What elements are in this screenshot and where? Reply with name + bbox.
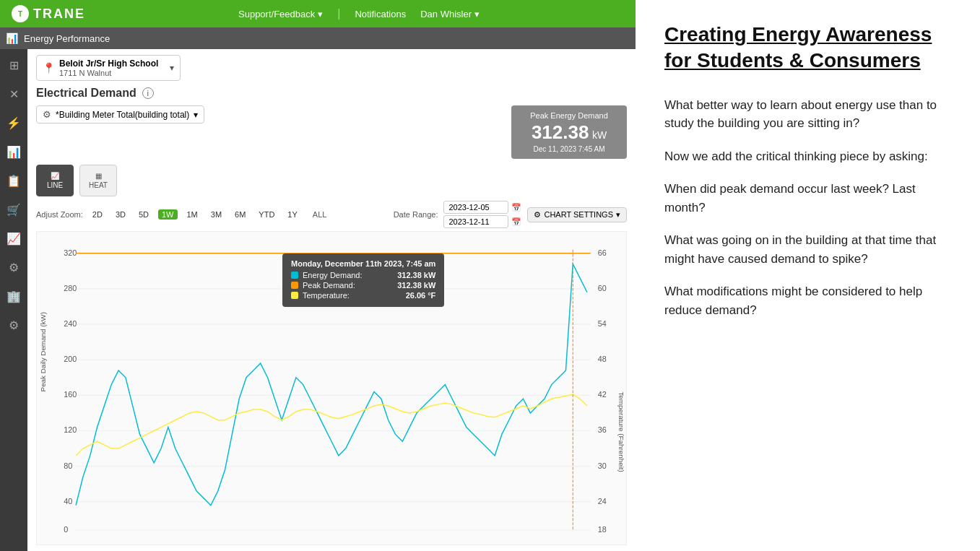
svg-text:120: 120 [64,425,77,434]
line-chart-button[interactable]: 📈 LINE [36,165,74,196]
date-range-label: Date Range: [394,210,438,219]
date-end-input[interactable] [443,215,508,228]
chevron-down-icon: ▾ [318,9,323,19]
right-panel: Creating Energy Awareness for Students &… [636,0,980,551]
building-name: Beloit Jr/Sr High School [59,58,158,69]
calendar-end-icon[interactable]: 📅 [511,217,521,227]
zoom-1w[interactable]: 1W [158,209,178,220]
peak-demand-box: Peak Energy Demand 312.38 kW Dec 11, 202… [511,105,627,159]
electrical-demand-title: Electrical Demand [36,87,136,100]
svg-text:0: 0 [64,525,68,534]
sidebar-icon-settings[interactable]: ⚙ [4,315,24,335]
zoom-6m[interactable]: 6M [231,209,249,220]
svg-text:Peak Daily Demand (kW): Peak Daily Demand (kW) [39,312,47,391]
sidebar-icon-grid[interactable]: ⊞ [4,55,24,75]
peak-demand-date: Dec 11, 2023 7:45 AM [523,145,615,153]
right-para-3: When did peak demand occur last week? La… [664,180,951,217]
meter-icon: ⚙ [43,109,51,120]
electrical-demand-header: Electrical Demand i [36,87,627,100]
right-para-5: What modifications might be considered t… [664,282,951,319]
svg-text:48: 48 [598,355,607,363]
svg-text:240: 240 [64,319,77,328]
right-para-4: What was going on in the building at tha… [664,231,951,268]
sidebar: ⊞ ✕ ⚡ 📊 📋 🛒 📈 ⚙ 🏢 ⚙ [0,49,27,551]
date-start-input[interactable] [443,201,508,214]
gear-icon: ⚙ [534,210,541,220]
zoom-1y[interactable]: 1Y [284,209,300,220]
top-nav: T TRANE Support/Feedback ▾ | Notificatio… [0,0,636,27]
svg-text:66: 66 [598,248,607,257]
chart-tooltip: Monday, December 11th 2023, 7:45 am Ener… [282,253,444,307]
svg-text:200: 200 [64,355,77,363]
location-icon: 📍 [43,62,55,74]
svg-text:80: 80 [64,461,72,470]
tooltip-dot-peak [291,282,298,289]
chevron-down-icon: ▾ [474,9,480,19]
sub-nav: 📊 Energy Performance [0,27,636,49]
subnav-title: Energy Performance [24,33,110,44]
zoom-ytd[interactable]: YTD [255,209,278,220]
zoom-1m[interactable]: 1M [183,209,201,220]
building-info: Beloit Jr/Sr High School 1711 N Walnut [59,58,158,77]
svg-text:40: 40 [64,497,72,506]
sidebar-icon-building[interactable]: 🏢 [4,286,24,306]
main-content: 📍 Beloit Jr/Sr High School 1711 N Walnut… [27,49,636,551]
tooltip-dot-energy [291,272,298,279]
tooltip-dot-temp [291,292,298,299]
building-address: 1711 N Walnut [59,69,158,77]
zoom-2d[interactable]: 2D [89,209,106,220]
topnav-center: Support/Feedback ▾ | Notifications Dan W… [94,7,624,20]
meter-dropdown-arrow: ▾ [194,110,198,120]
date-range-inputs: 📅 📅 [443,201,521,228]
heat-chart-button[interactable]: ▦ HEAT [79,165,117,196]
svg-text:54: 54 [598,319,607,328]
chart-area: Monday, December 11th 2023, 7:45 am Ener… [36,231,627,545]
sidebar-icon-bag[interactable]: 🛒 [4,199,24,220]
sidebar-icon-close[interactable]: ✕ [4,84,24,104]
zoom-3d[interactable]: 3D [112,209,129,220]
notifications-link[interactable]: Notifications [355,9,406,19]
heat-icon: ▦ [95,172,102,180]
svg-text:60: 60 [598,284,607,292]
sidebar-icon-clipboard[interactable]: 📋 [4,170,24,191]
right-para-2: Now we add the critical thinking piece b… [664,147,951,166]
sidebar-icon-lightning[interactable]: ⚡ [4,113,24,133]
support-feedback-link[interactable]: Support/Feedback ▾ [238,9,323,19]
sidebar-icon-chart[interactable]: 📊 [4,142,24,162]
svg-text:280: 280 [64,284,77,292]
svg-text:18: 18 [598,525,607,534]
zoom-5d[interactable]: 5D [135,209,152,220]
sidebar-icon-gear[interactable]: ⚙ [4,257,24,277]
trane-logo: T TRANE [12,5,85,22]
dropdown-arrow-icon: ▾ [170,63,174,73]
svg-text:42: 42 [598,390,607,399]
right-para-1: What better way to learn about energy us… [664,96,951,133]
zoom-3m[interactable]: 3M [207,209,225,220]
tooltip-row-temp: Temperature: 26.06 °F [291,291,435,300]
sidebar-icon-trending[interactable]: 📈 [4,228,24,248]
trane-logo-icon: T [12,5,29,22]
svg-text:320: 320 [64,248,77,257]
zoom-label: Adjust Zoom: [36,210,83,219]
zoom-all[interactable]: ALL [313,210,327,219]
tooltip-row-peak: Peak Demand: 312.38 kW [291,281,435,290]
chart-settings-button[interactable]: ⚙ CHART SETTINGS ▾ [527,207,627,222]
energy-performance-icon: 📊 [6,32,18,44]
info-icon[interactable]: i [142,87,154,99]
svg-text:Temperature (Fahrenheit): Temperature (Fahrenheit) [617,391,625,472]
svg-text:160: 160 [64,390,77,399]
meter-label: *Building Meter Total(building total) [56,110,189,120]
calendar-start-icon[interactable]: 📅 [511,203,521,212]
chevron-down-icon: ▾ [616,210,620,220]
peak-demand-value: 312.38 kW [523,121,615,144]
line-icon: 📈 [51,172,59,180]
building-dropdown[interactable]: 📍 Beloit Jr/Sr High School 1711 N Walnut… [36,55,181,81]
right-panel-title: Creating Energy Awareness for Students &… [664,22,951,74]
chart-type-controls: 📈 LINE ▦ HEAT [36,165,627,196]
topnav-divider: | [337,7,340,20]
user-menu[interactable]: Dan Whisler ▾ [420,9,480,19]
peak-demand-label: Peak Energy Demand [523,111,615,120]
meter-dropdown[interactable]: ⚙ *Building Meter Total(building total) … [36,105,204,123]
svg-text:36: 36 [598,425,607,434]
tooltip-row-energy: Energy Demand: 312.38 kW [291,271,435,279]
